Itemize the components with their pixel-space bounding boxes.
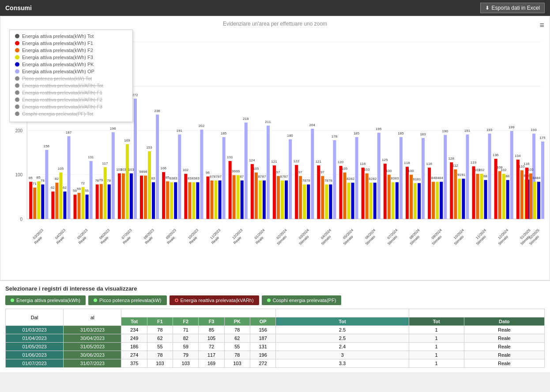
svg-text:105: 105	[253, 167, 259, 171]
svg-rect-218	[422, 138, 425, 219]
svg-rect-96	[192, 182, 195, 219]
svg-text:183: 183	[420, 132, 426, 136]
energia-attiva-dot	[11, 299, 14, 302]
svg-rect-190	[362, 168, 365, 219]
svg-rect-86	[178, 134, 181, 219]
svg-rect-266	[510, 131, 513, 219]
chart-area: Evidenziare un'area per effettuare uno z…	[0, 16, 550, 280]
svg-rect-84	[170, 182, 173, 219]
svg-rect-14	[45, 150, 48, 219]
svg-text:103: 103	[120, 168, 126, 172]
legend-item-2: Energia attiva prelevata(kWh) F2	[15, 48, 127, 53]
svg-rect-106	[206, 176, 209, 219]
svg-rect-72	[148, 151, 151, 219]
legend-dot-9	[15, 97, 19, 102]
cell-picco: 2.5	[276, 326, 409, 334]
svg-text:116: 116	[360, 162, 366, 166]
cell-cosphi: 1	[409, 351, 464, 359]
svg-rect-25	[63, 191, 66, 219]
svg-text:82: 82	[373, 177, 377, 181]
svg-text:211: 211	[265, 120, 271, 124]
sub-col-f3: F3	[199, 317, 224, 326]
svg-text:191: 191	[177, 129, 183, 133]
svg-text:202: 202	[199, 124, 205, 128]
cell-dal: 01/03/2023	[6, 326, 64, 334]
chart-menu-icon[interactable]: ≡	[539, 21, 544, 30]
svg-rect-62	[134, 99, 137, 219]
svg-text:88: 88	[505, 174, 509, 178]
svg-rect-229	[440, 182, 443, 219]
legend-item-7: Energia reattiva prelevata(kVARh) Tot	[15, 83, 127, 88]
cosphi-dot	[267, 299, 271, 302]
svg-text:103: 103	[128, 168, 134, 172]
col-header-dal: Dal	[6, 309, 64, 326]
cell-op: 156	[250, 326, 276, 334]
svg-text:62: 62	[63, 186, 67, 190]
legend-dot-7	[15, 83, 19, 88]
svg-rect-254	[488, 134, 491, 219]
svg-text:120: 120	[338, 160, 344, 164]
sub-col-cosphi-tot: Tot	[409, 317, 464, 326]
svg-rect-274	[516, 160, 520, 219]
svg-rect-181	[351, 183, 354, 219]
svg-rect-287	[529, 173, 532, 219]
export-button[interactable]: ⬇ Esporta dati in Excel	[480, 3, 545, 13]
filter-btn-picco-potenza[interactable]: Picco potenza prelevata(kW)	[88, 295, 167, 305]
app-header: Consumi ⬇ Esporta dati in Excel	[0, 0, 550, 16]
svg-text:121: 121	[316, 160, 322, 164]
svg-rect-239	[454, 169, 457, 219]
svg-text:87: 87	[218, 175, 222, 179]
table-row: 01/05/2023 31/05/2023 186 55 59 72 55 13…	[6, 343, 545, 351]
svg-rect-275	[520, 170, 524, 219]
svg-rect-288	[533, 182, 536, 219]
cell-pk: 103	[224, 359, 250, 368]
svg-text:196: 196	[110, 127, 116, 131]
svg-text:83: 83	[395, 176, 399, 180]
cell-f2: 59	[173, 343, 199, 351]
svg-text:82: 82	[350, 177, 354, 181]
legend-dot-10	[15, 105, 19, 109]
svg-text:102: 102	[183, 168, 189, 172]
filter-btn-energia-reattiva[interactable]: Energia reattiva prelevata(kVARh)	[170, 295, 259, 305]
svg-text:195: 195	[376, 127, 382, 131]
cell-tot: 249	[121, 334, 147, 343]
svg-rect-23	[55, 183, 58, 219]
svg-rect-83	[166, 181, 169, 219]
svg-rect-107	[211, 180, 214, 219]
cell-picco: 3.3	[276, 359, 409, 368]
svg-rect-110	[222, 137, 226, 219]
svg-rect-263	[498, 171, 501, 219]
svg-text:83: 83	[196, 176, 200, 180]
svg-text:88: 88	[483, 174, 487, 178]
svg-rect-264	[502, 174, 505, 219]
svg-text:87: 87	[262, 175, 266, 179]
svg-rect-10	[29, 182, 32, 219]
svg-rect-144	[281, 180, 284, 219]
svg-text:106: 106	[160, 166, 166, 170]
svg-text:99: 99	[236, 169, 240, 173]
svg-text:117: 117	[102, 161, 108, 165]
svg-rect-85	[174, 182, 177, 219]
svg-rect-154	[295, 165, 298, 219]
svg-rect-192	[369, 183, 373, 219]
table-row: 01/04/2023 30/04/2023 249 62 82 105 62 1…	[6, 334, 545, 343]
filter-btn-cosphi[interactable]: Cosphi energia prelevata(PF)	[262, 295, 342, 305]
bottom-section: Selezionare i registri di interesse da v…	[0, 280, 550, 372]
svg-text:85: 85	[29, 176, 33, 180]
svg-text:78: 78	[41, 179, 45, 183]
svg-rect-230	[444, 135, 447, 219]
filter-btn-energia-attiva[interactable]: Energia attiva prelevata(kWh)	[5, 295, 86, 305]
legend-dot-8	[15, 90, 19, 95]
svg-text:102: 102	[478, 168, 485, 172]
cell-op: 187	[250, 334, 276, 343]
svg-rect-118	[229, 161, 232, 219]
table-row: 01/07/2023 31/07/2023 375 103 103 169 10…	[6, 359, 545, 368]
legend-dot-5	[15, 69, 19, 74]
cell-f2: 71	[173, 326, 199, 334]
svg-text:178: 178	[332, 134, 338, 138]
energia-reattiva-dot	[175, 299, 178, 302]
svg-rect-242	[466, 134, 469, 219]
svg-rect-95	[188, 182, 191, 219]
svg-text:131: 131	[227, 155, 233, 159]
svg-text:156: 156	[44, 144, 50, 148]
